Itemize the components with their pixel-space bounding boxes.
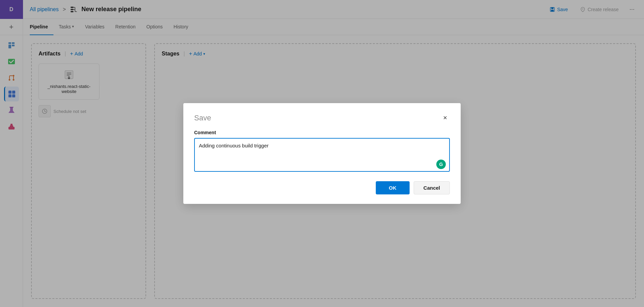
- dialog-title: Save: [194, 114, 211, 122]
- comment-label: Comment: [194, 130, 450, 135]
- ok-button[interactable]: OK: [376, 181, 410, 194]
- dialog-header: Save ×: [194, 113, 450, 123]
- dialog-close-button[interactable]: ×: [440, 113, 450, 123]
- dialog-overlay[interactable]: Save × Comment Adding continuous build t…: [0, 0, 644, 307]
- comment-input[interactable]: Adding continuous build trigger: [194, 138, 450, 172]
- cancel-button[interactable]: Cancel: [414, 181, 450, 194]
- grammarly-icon: G: [436, 160, 446, 169]
- dialog-actions: OK Cancel: [194, 181, 450, 194]
- save-dialog: Save × Comment Adding continuous build t…: [183, 103, 461, 204]
- comment-input-wrap: Adding continuous build trigger G: [194, 138, 450, 173]
